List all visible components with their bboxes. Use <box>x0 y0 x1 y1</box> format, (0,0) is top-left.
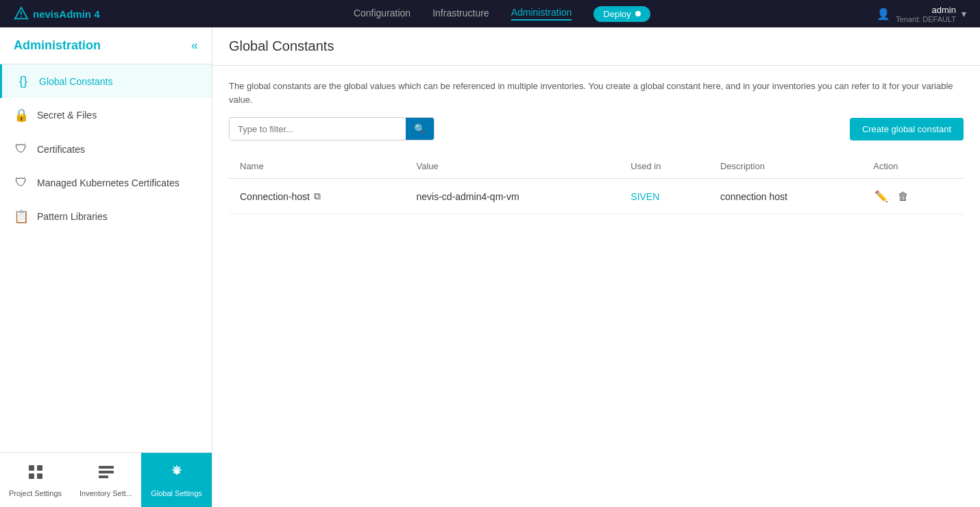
filter-input-wrap: 🔍 <box>229 117 434 140</box>
col-name: Name <box>229 154 406 179</box>
sidebar-title: Administration <box>14 38 101 53</box>
svg-rect-3 <box>29 465 34 471</box>
app-logo: nevisAdmin 4 <box>14 6 100 21</box>
sidebar-collapse-button[interactable]: « <box>191 38 198 53</box>
row-action-cell: ✏️ 🗑 <box>862 179 964 214</box>
sidebar-header: Administration « <box>0 27 212 64</box>
inventory-settings-button[interactable]: Inventory Sett... <box>71 453 141 507</box>
svg-rect-5 <box>29 473 34 479</box>
col-value: Value <box>406 154 620 179</box>
user-area[interactable]: 👤 admin Tenant: DEFAULT ▾ <box>877 5 966 23</box>
create-global-constant-button[interactable]: Create global constant <box>850 118 964 140</box>
table-header: Name Value Used in Description Action <box>229 154 964 179</box>
action-icons: ✏️ 🗑 <box>873 188 953 204</box>
nav-administration[interactable]: Administration <box>511 7 572 21</box>
nav-links: Configuration Infrastructure Administrat… <box>127 6 877 22</box>
global-settings-button[interactable]: Global Settings <box>141 453 212 507</box>
sidebar-item-label-global-constants: Global Constants <box>39 76 112 87</box>
sidebar-item-global-constants[interactable]: {} Global Constants <box>0 64 212 98</box>
global-settings-icon <box>168 463 186 485</box>
project-settings-icon <box>27 463 45 485</box>
deploy-button[interactable]: Deploy <box>593 6 650 22</box>
global-settings-label: Global Settings <box>151 489 202 497</box>
top-navigation: nevisAdmin 4 Configuration Infrastructur… <box>0 0 980 27</box>
row-value-text: nevis-cd-admin4-qm-vm <box>417 191 519 202</box>
app-name: nevisAdmin 4 <box>33 8 100 20</box>
row-value-cell: nevis-cd-admin4-qm-vm <box>406 179 620 214</box>
deploy-status-dot <box>635 11 641 16</box>
row-name-text: Connection-host <box>240 191 310 202</box>
tenant-label: Tenant: DEFAULT <box>896 15 956 23</box>
inventory-settings-label: Inventory Sett... <box>79 489 132 497</box>
sidebar-item-label-pattern-libraries: Pattern Libraries <box>37 211 108 222</box>
filter-input[interactable] <box>230 119 406 140</box>
col-action: Action <box>862 154 964 179</box>
user-dropdown-icon: ▾ <box>961 8 966 19</box>
sidebar-item-secret-files[interactable]: 🔒 Secret & Files <box>0 98 212 132</box>
col-description: Description <box>709 154 862 179</box>
user-text: admin Tenant: DEFAULT <box>896 5 956 23</box>
sidebar-nav: {} Global Constants 🔒 Secret & Files 🛡 C… <box>0 64 212 452</box>
sidebar: Administration « {} Global Constants 🔒 S… <box>0 27 212 507</box>
svg-rect-8 <box>99 471 114 473</box>
page-title: Global Constants <box>229 38 964 54</box>
inventory-settings-icon <box>97 463 115 485</box>
global-constants-table: Name Value Used in Description Action Co… <box>229 154 964 214</box>
project-settings-label: Project Settings <box>9 489 62 497</box>
filter-search-button[interactable]: 🔍 <box>406 118 434 140</box>
content-header: Global Constants <box>212 27 980 66</box>
copy-icon[interactable]: ⧉ <box>314 190 321 202</box>
svg-rect-4 <box>37 465 42 471</box>
sidebar-item-label-secret-files: Secret & Files <box>37 110 97 121</box>
user-icon: 👤 <box>877 8 890 21</box>
page-description: The global constants are the global valu… <box>229 79 964 106</box>
sidebar-item-managed-kubernetes[interactable]: 🛡 Managed Kubernetes Certificates <box>0 166 212 199</box>
row-description-text: connection host <box>720 191 787 202</box>
row-name-cell: Connection-host ⧉ <box>229 179 406 214</box>
col-used-in: Used in <box>620 154 709 179</box>
sidebar-item-pattern-libraries[interactable]: 📋 Pattern Libraries <box>0 199 212 234</box>
edit-button[interactable]: ✏️ <box>873 188 890 204</box>
delete-button[interactable]: 🗑 <box>896 189 910 204</box>
bottom-bar: Project Settings Inventory Sett... <box>0 452 212 507</box>
sidebar-item-label-certificates: Certificates <box>37 144 85 155</box>
global-constants-icon: {} <box>16 74 31 88</box>
deploy-label: Deploy <box>603 9 630 19</box>
table-body: Connection-host ⧉ nevis-cd-admin4-qm-vm … <box>229 179 964 214</box>
user-name: admin <box>896 5 956 15</box>
row-description-cell: connection host <box>709 179 862 214</box>
pattern-libraries-icon: 📋 <box>14 209 29 224</box>
main-layout: Administration « {} Global Constants 🔒 S… <box>0 27 980 507</box>
project-settings-button[interactable]: Project Settings <box>0 453 71 507</box>
sidebar-item-label-managed-kubernetes: Managed Kubernetes Certificates <box>37 177 180 188</box>
nav-configuration[interactable]: Configuration <box>354 8 411 20</box>
managed-kubernetes-icon: 🛡 <box>14 175 29 190</box>
svg-rect-6 <box>37 473 42 479</box>
used-in-link[interactable]: SIVEN <box>630 191 659 202</box>
row-used-in-cell: SIVEN <box>620 179 709 214</box>
table-row: Connection-host ⧉ nevis-cd-admin4-qm-vm … <box>229 179 964 214</box>
sidebar-item-certificates[interactable]: 🛡 Certificates <box>0 132 212 166</box>
filter-bar: 🔍 Create global constant <box>229 117 964 140</box>
search-icon: 🔍 <box>414 123 426 134</box>
certificates-icon: 🛡 <box>14 142 29 156</box>
content-area: Global Constants The global constants ar… <box>212 27 980 507</box>
secret-files-icon: 🔒 <box>14 108 29 123</box>
content-body: The global constants are the global valu… <box>212 66 980 228</box>
svg-rect-9 <box>99 475 108 478</box>
svg-point-2 <box>21 16 22 18</box>
svg-rect-7 <box>99 466 114 469</box>
nav-infrastructure[interactable]: Infrastructure <box>432 8 489 20</box>
